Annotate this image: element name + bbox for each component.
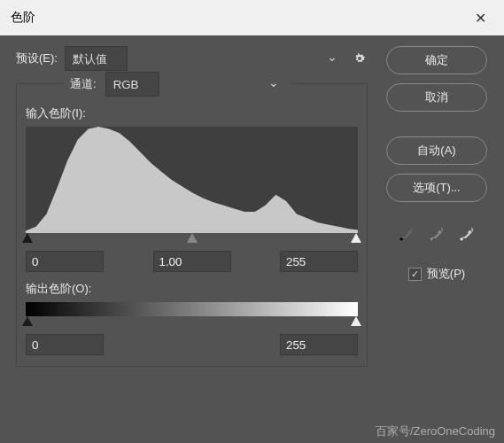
output-shadow-slider[interactable] — [22, 316, 33, 326]
output-levels-label: 输出色阶(O): — [26, 281, 358, 297]
preview-checkbox[interactable]: ✓ — [408, 268, 422, 281]
svg-point-2 — [461, 237, 463, 240]
eyedropper-white-icon[interactable] — [458, 223, 476, 245]
output-gradient — [26, 302, 358, 316]
output-sliders — [26, 316, 358, 329]
shadow-slider[interactable] — [22, 233, 33, 243]
channel-select[interactable]: RGB — [105, 72, 159, 97]
output-shadow-field[interactable] — [26, 334, 104, 355]
preset-select-wrap: 默认值 — [65, 46, 345, 71]
ok-button[interactable]: 确定 — [386, 46, 487, 74]
input-sliders — [26, 233, 358, 245]
titlebar: 色阶 ✕ — [0, 0, 504, 35]
svg-point-0 — [400, 237, 403, 240]
channel-label: 通道: — [70, 76, 97, 92]
preview-label: 预览(P) — [427, 266, 465, 282]
eyedropper-row — [398, 223, 476, 245]
preset-select[interactable]: 默认值 — [65, 46, 128, 71]
auto-button[interactable]: 自动(A) — [386, 136, 487, 165]
watermark: 百家号/ZeroOneCoding — [376, 424, 495, 439]
eyedropper-gray-icon[interactable] — [428, 223, 446, 245]
highlight-slider[interactable] — [351, 233, 361, 243]
gear-icon[interactable] — [352, 51, 368, 66]
output-highlight-field[interactable] — [280, 334, 358, 355]
histogram — [26, 127, 358, 233]
svg-point-1 — [430, 237, 433, 240]
input-highlight-field[interactable] — [280, 251, 358, 272]
eyedropper-black-icon[interactable] — [398, 223, 415, 245]
channel-select-wrap: RGB — [105, 72, 286, 97]
output-highlight-slider[interactable] — [351, 316, 361, 326]
options-button[interactable]: 选项(T)... — [386, 174, 487, 202]
close-icon[interactable]: ✕ — [468, 6, 493, 30]
levels-fieldset: 通道: RGB 输入色阶(I): 输出色阶( — [16, 83, 368, 367]
preset-label: 预设(E): — [16, 51, 58, 66]
input-shadow-field[interactable] — [26, 251, 104, 272]
input-gamma-field[interactable] — [153, 251, 231, 272]
input-levels-label: 输入色阶(I): — [26, 105, 358, 121]
window-title: 色阶 — [11, 10, 468, 26]
cancel-button[interactable]: 取消 — [386, 83, 487, 112]
gamma-slider[interactable] — [187, 233, 198, 243]
